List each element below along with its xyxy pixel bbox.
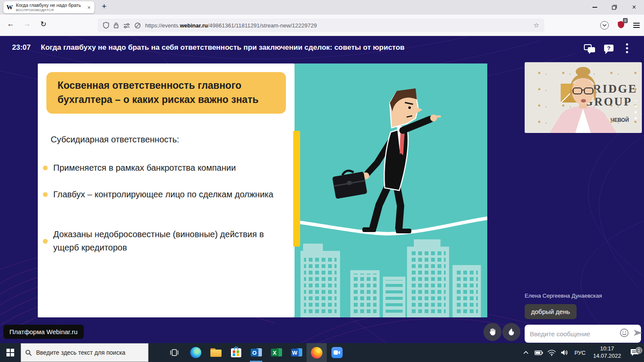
clock-time: 10:17 — [589, 345, 625, 353]
browser-tab[interactable]: W Когда главбуху не надо брать ВОСПРОИЗВ… — [3, 1, 94, 13]
taskbar: O X W — [0, 343, 644, 362]
adblock-extension-icon[interactable]: 8 — [617, 21, 625, 30]
webinar-page: 23:07 Когда главбуху не надо брать на се… — [0, 36, 644, 343]
language-indicator[interactable]: РУС — [571, 350, 589, 356]
slide-illustration — [295, 63, 487, 317]
permissions-icon[interactable] — [123, 23, 130, 28]
bullet-dot — [43, 192, 48, 197]
toolbar-right: 8 — [600, 18, 640, 32]
raise-hand-button[interactable] — [483, 323, 501, 341]
browser-toolbar: ← → ↻ https://events.webinar.ru/49861361… — [0, 15, 644, 36]
extension-badge: 8 — [623, 18, 628, 23]
bullet-dot — [43, 239, 48, 244]
new-tab-button[interactable]: + — [102, 2, 106, 11]
slide-heading: Косвенная ответственность главного бухга… — [46, 72, 286, 114]
chat-input-box — [525, 325, 641, 343]
menu-hamburger-icon[interactable] — [633, 23, 640, 28]
slide-accent-bar — [293, 131, 300, 247]
bullet-item: Главбух – контролирующее лицо по сделкам… — [43, 188, 283, 201]
svg-text:?: ? — [607, 45, 611, 51]
url-prefix: https://events. — [145, 22, 180, 29]
tab-favicon: W — [6, 4, 13, 11]
webinar-title: Когда главбуху не надо брать на себя отв… — [41, 43, 404, 52]
notification-badge: 1 — [635, 347, 642, 354]
speaker-video[interactable]: BRIDGE GROUP ЧЕВОЙ — [525, 62, 642, 133]
bookmark-star-icon[interactable]: ☆ — [534, 21, 539, 29]
browser-tab-strip: W Когда главбуху не надо брать ВОСПРОИЗВ… — [0, 0, 644, 15]
file-explorer-icon[interactable] — [206, 343, 226, 362]
screen: W Когда главбуху не надо брать ВОСПРОИЗВ… — [0, 0, 644, 362]
start-button[interactable] — [0, 343, 21, 362]
video-caption-text: ЧЕВОЙ — [611, 117, 629, 123]
windows-logo-icon — [6, 349, 14, 356]
emoji-icon[interactable] — [620, 328, 629, 339]
url-path: /49861361/11811291/stream-new/12229729 — [208, 22, 317, 29]
microsoft-store-icon[interactable] — [226, 343, 246, 362]
zoom-icon[interactable] — [327, 343, 347, 362]
taskbar-clock[interactable]: 10:17 14.07.2022 — [589, 345, 625, 360]
url-domain: webinar.ru — [180, 22, 208, 29]
word-icon[interactable]: W — [286, 343, 307, 362]
pocket-icon[interactable] — [600, 21, 609, 30]
restore-button[interactable] — [605, 0, 624, 15]
shield-icon[interactable] — [103, 22, 109, 29]
chat-message: добрый день — [525, 304, 577, 319]
clock-date: 14.07.2022 — [589, 353, 625, 360]
action-center-button[interactable]: 1 — [625, 349, 644, 356]
tray-chevron-icon[interactable] — [519, 351, 532, 354]
minimize-button[interactable] — [585, 0, 605, 15]
tab-close-icon[interactable]: × — [86, 4, 91, 11]
window-controls: × — [585, 0, 644, 15]
firefox-icon[interactable] — [307, 343, 327, 362]
restore-icon — [612, 5, 617, 10]
edge-icon[interactable] — [185, 343, 206, 362]
blocked-autoplay-icon[interactable] — [134, 22, 141, 29]
send-icon[interactable] — [633, 329, 643, 338]
lock-icon[interactable] — [113, 22, 119, 29]
search-icon — [25, 350, 32, 356]
taskbar-apps: O X W — [185, 343, 347, 362]
message-input[interactable] — [530, 330, 615, 338]
bullet-dot — [43, 166, 48, 170]
wifi-icon[interactable] — [545, 350, 558, 356]
presentation-slide: Косвенная ответственность главного бухга… — [38, 63, 295, 317]
tightrope-illustration — [295, 63, 487, 317]
kebab-menu-icon[interactable] — [626, 43, 628, 53]
url-text: https://events.webinar.ru/49861361/11811… — [145, 22, 317, 29]
reactions-button[interactable] — [502, 323, 520, 341]
slide-subheading: Субсидиарная ответственность: — [51, 135, 179, 145]
reload-button[interactable]: ↻ — [37, 20, 50, 29]
battery-icon[interactable] — [532, 350, 545, 355]
system-tray: РУС 10:17 14.07.2022 1 — [519, 343, 644, 362]
chat-icon[interactable] — [584, 44, 595, 56]
task-view-icon — [170, 349, 179, 356]
back-button[interactable]: ← — [4, 20, 17, 28]
chat-sender-name: Елена Сергеевна Дунаевская — [525, 293, 602, 299]
bullet-item: Доказаны недобросовестные (виновные) дей… — [43, 228, 283, 254]
bullet-item: Применяется в рамках банкротства компани… — [43, 161, 283, 175]
forward-button[interactable]: → — [21, 20, 33, 28]
excel-icon[interactable]: X — [266, 343, 286, 362]
video-options-dots[interactable] — [635, 100, 637, 119]
volume-icon[interactable] — [558, 350, 571, 356]
minimize-icon — [592, 7, 597, 8]
task-view-button[interactable] — [165, 343, 184, 362]
tab-title: Когда главбуху не надо брать — [16, 3, 83, 8]
outlook-icon[interactable]: O — [246, 343, 266, 362]
close-button[interactable]: × — [624, 0, 644, 15]
hand-icon — [488, 327, 497, 337]
address-bar[interactable]: https://events.webinar.ru/49861361/11811… — [98, 18, 544, 32]
webinar-timer: 23:07 — [12, 43, 30, 52]
platform-badge: Платформа Webinar.ru — [3, 325, 84, 339]
help-icon[interactable]: ? — [604, 44, 614, 56]
tab-playing-status: ВОСПРОИЗВОДИТСЯ — [16, 8, 83, 12]
fire-icon — [507, 327, 515, 337]
taskbar-search — [21, 343, 149, 362]
taskbar-search-input[interactable] — [36, 349, 144, 356]
